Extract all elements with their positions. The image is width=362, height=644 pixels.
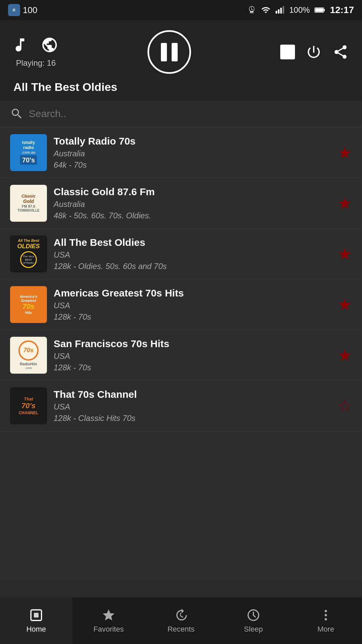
bottom-nav: Home Favorites Recents Sleep More bbox=[0, 597, 362, 644]
favorite-button[interactable]: ★ bbox=[338, 295, 352, 314]
svg-rect-2 bbox=[276, 11, 277, 13]
station-bitrate: 128k - Oldies. 50s. 60s and 70s bbox=[54, 262, 331, 271]
nav-item-home[interactable]: Home bbox=[0, 597, 72, 644]
search-input-row bbox=[10, 107, 352, 120]
svg-point-12 bbox=[325, 610, 327, 612]
pause-button[interactable] bbox=[147, 30, 191, 74]
svg-rect-3 bbox=[278, 9, 280, 14]
station-logo: Classic Gold FM 87.6 TOWNSVILLE bbox=[10, 185, 47, 222]
nav-label-sleep: Sleep bbox=[244, 625, 263, 634]
nav-label-more: More bbox=[317, 625, 334, 634]
station-item[interactable]: America's Greatest 70s Hits Americas Gre… bbox=[0, 279, 362, 330]
favorite-button[interactable]: ★ bbox=[338, 194, 352, 213]
station-country: USA bbox=[54, 352, 331, 361]
station-item[interactable]: totally radio .com.au 70's Totally Radio… bbox=[0, 127, 362, 178]
battery-icon bbox=[314, 7, 325, 13]
search-container bbox=[0, 100, 362, 127]
sleep-icon bbox=[246, 608, 260, 622]
station-country: USA bbox=[54, 250, 331, 260]
nav-item-more[interactable]: More bbox=[290, 608, 362, 634]
svg-rect-5 bbox=[283, 6, 284, 13]
globe-icon[interactable] bbox=[41, 36, 58, 54]
music-icon[interactable] bbox=[13, 36, 31, 54]
search-input[interactable] bbox=[29, 108, 352, 119]
player-left-icons: Playing: 16 bbox=[13, 36, 58, 68]
station-country: Australia bbox=[54, 149, 331, 158]
more-icon bbox=[319, 608, 333, 622]
station-country: USA bbox=[54, 301, 331, 310]
power-button[interactable] bbox=[306, 44, 322, 60]
station-list: totally radio .com.au 70's Totally Radio… bbox=[0, 127, 362, 580]
svg-rect-4 bbox=[280, 8, 282, 14]
status-right: 100% 12:17 bbox=[247, 5, 354, 15]
station-name: That 70s Channel bbox=[54, 389, 331, 400]
station-logo: totally radio .com.au 70's bbox=[10, 134, 47, 171]
stop-button[interactable] bbox=[280, 45, 295, 59]
station-name: Classic Gold 87.6 Fm bbox=[54, 186, 331, 198]
pause-bar-right bbox=[172, 43, 178, 61]
nav-label-home: Home bbox=[26, 625, 46, 634]
svg-text:R: R bbox=[13, 8, 15, 12]
nav-item-recents[interactable]: Recents bbox=[145, 608, 217, 634]
station-item[interactable]: 70s RadioHits .com San Franciscos 70s Hi… bbox=[0, 330, 362, 381]
player-header: Playing: 16 bbox=[0, 20, 362, 100]
alarm-icon bbox=[247, 5, 256, 15]
favorite-button[interactable]: ★ bbox=[338, 346, 352, 365]
station-name: All The Best Oldies bbox=[54, 237, 331, 248]
share-icon bbox=[333, 44, 349, 60]
station-bitrate: 48k - 50s. 60s. 70s. Oldies. bbox=[54, 211, 331, 220]
battery-percent: 100% bbox=[289, 5, 310, 15]
app-icon: R bbox=[8, 4, 20, 16]
player-right-icons bbox=[280, 44, 349, 60]
station-info: Totally Radio 70s Australia 64k - 70s bbox=[54, 136, 331, 170]
search-icon bbox=[10, 107, 23, 120]
station-country: Australia bbox=[54, 200, 331, 209]
favorite-button[interactable]: ★ bbox=[338, 245, 352, 263]
station-name: San Franciscos 70s Hits bbox=[54, 338, 331, 350]
signal-icon bbox=[275, 5, 285, 15]
station-item[interactable]: Classic Gold FM 87.6 TOWNSVILLE Classic … bbox=[0, 178, 362, 229]
stop-icon bbox=[280, 45, 295, 59]
playing-label: Playing: 16 bbox=[16, 58, 56, 68]
station-logo: 70s RadioHits .com bbox=[10, 337, 47, 374]
favorites-icon bbox=[102, 608, 116, 622]
nav-label-recents: Recents bbox=[168, 625, 195, 634]
svg-rect-10 bbox=[34, 613, 39, 618]
station-info: Classic Gold 87.6 Fm Australia 48k - 50s… bbox=[54, 186, 331, 220]
status-app-number: 100 bbox=[23, 5, 37, 15]
nav-label-favorites: Favorites bbox=[94, 625, 124, 634]
home-icon bbox=[29, 608, 43, 622]
svg-point-13 bbox=[325, 614, 327, 616]
station-info: Americas Greatest 70s Hits USA 128k - 70… bbox=[54, 287, 331, 322]
station-item[interactable]: All The Best OLDIES The Very BESTof Radi… bbox=[0, 229, 362, 279]
share-button[interactable] bbox=[333, 44, 349, 60]
recents-icon bbox=[174, 608, 188, 622]
station-logo: All The Best OLDIES The Very BESTof Radi… bbox=[10, 235, 47, 272]
station-info: That 70s Channel USA 128k - Classic Hits… bbox=[54, 389, 331, 423]
station-bitrate: 128k - 70s bbox=[54, 312, 331, 322]
station-bitrate: 128k - Classic Hits 70s bbox=[54, 414, 331, 423]
station-item[interactable]: That 70's CHANNEL That 70s Channel USA 1… bbox=[0, 381, 362, 431]
pause-bar-left bbox=[161, 43, 167, 61]
status-time: 12:17 bbox=[330, 5, 354, 15]
favorite-button[interactable]: ☆ bbox=[338, 396, 352, 415]
wifi-icon bbox=[261, 5, 270, 15]
svg-rect-8 bbox=[315, 8, 323, 12]
station-bitrate: 128k - 70s bbox=[54, 363, 331, 372]
nav-item-favorites[interactable]: Favorites bbox=[72, 608, 145, 634]
station-info: All The Best Oldies USA 128k - Oldies. 5… bbox=[54, 237, 331, 271]
nav-item-sleep[interactable]: Sleep bbox=[217, 608, 290, 634]
status-left: R 100 bbox=[8, 4, 37, 16]
station-name: Americas Greatest 70s Hits bbox=[54, 287, 331, 299]
station-info: San Franciscos 70s Hits USA 128k - 70s bbox=[54, 338, 331, 372]
station-logo: America's Greatest 70s Hits bbox=[10, 286, 47, 323]
station-bitrate: 64k - 70s bbox=[54, 160, 331, 170]
station-country: USA bbox=[54, 402, 331, 412]
now-playing-title: All The Best Oldies bbox=[13, 80, 349, 94]
status-bar: R 100 100% 12:17 bbox=[0, 0, 362, 20]
station-name: Totally Radio 70s bbox=[54, 136, 331, 147]
favorite-button[interactable]: ★ bbox=[338, 143, 352, 162]
power-icon bbox=[306, 44, 322, 60]
station-logo: That 70's CHANNEL bbox=[10, 387, 47, 424]
svg-point-14 bbox=[325, 618, 327, 620]
